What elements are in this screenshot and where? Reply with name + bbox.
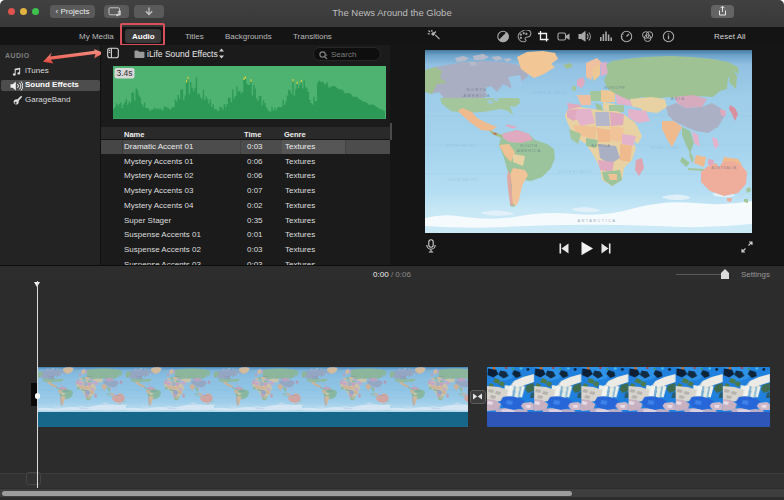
svg-text:3.4s: 3.4s [116, 68, 132, 78]
